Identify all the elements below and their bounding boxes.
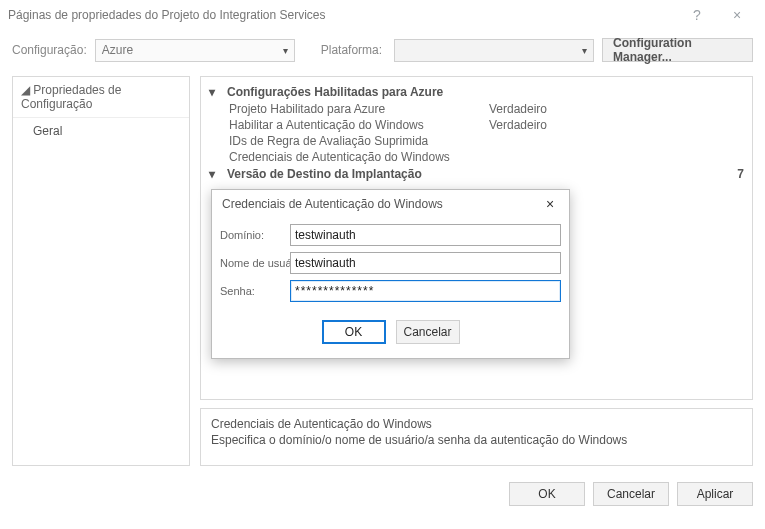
dialog-cancel-label: Cancelar: [403, 325, 451, 339]
domain-input[interactable]: [290, 224, 561, 246]
property-value: Verdadeiro: [489, 118, 547, 132]
credentials-dialog: Credenciais de Autenticação do Windows ×…: [211, 189, 570, 359]
domain-label: Domínio:: [220, 229, 290, 241]
dialog-title: Credenciais de Autenticação do Windows: [222, 197, 443, 211]
configuration-manager-label: Configuration Manager...: [613, 36, 742, 64]
ok-label: OK: [538, 487, 555, 501]
field-row-domain: Domínio:: [220, 224, 561, 246]
dialog-footer: OK Cancelar Aplicar: [0, 474, 765, 518]
property-row[interactable]: Credenciais de Autenticação do Windows: [209, 149, 744, 165]
expander-icon: ◢: [21, 83, 30, 97]
section-title: Configurações Habilitadas para Azure: [227, 85, 443, 99]
help-button[interactable]: ?: [677, 7, 717, 23]
partial-text: 7: [731, 167, 744, 181]
dialog-body: Domínio: Nome de usuá Senha:: [212, 218, 569, 310]
dialog-cancel-button[interactable]: Cancelar: [396, 320, 460, 344]
apply-label: Aplicar: [697, 487, 734, 501]
section-header-deploy-target[interactable]: ▾ Versão de Destino da Implantação 7: [209, 165, 744, 183]
section-header-azure[interactable]: ▾ Configurações Habilitadas para Azure: [209, 83, 744, 101]
chevron-down-icon: ▾: [582, 45, 587, 56]
username-input[interactable]: [290, 252, 561, 274]
dialog-ok-button[interactable]: OK: [322, 320, 386, 344]
description-title: Credenciais de Autenticação do Windows: [211, 417, 742, 431]
ok-button[interactable]: OK: [509, 482, 585, 506]
configuration-select[interactable]: Azure ▾: [95, 39, 295, 62]
window-close-button[interactable]: ×: [717, 7, 757, 23]
chevron-down-icon: ▾: [283, 45, 288, 56]
platform-select[interactable]: ▾: [394, 39, 594, 62]
property-value: Verdadeiro: [489, 102, 547, 116]
username-label: Nome de usuá: [220, 257, 290, 269]
description-body: Especifica o domínio/o nome de usuário/a…: [211, 433, 742, 447]
titlebar: Páginas de propriedades do Projeto do In…: [0, 0, 765, 30]
section-title: Versão de Destino da Implantação: [227, 167, 422, 181]
apply-button[interactable]: Aplicar: [677, 482, 753, 506]
nav-item-label: Geral: [33, 124, 62, 138]
password-input[interactable]: [290, 280, 561, 302]
password-label: Senha:: [220, 285, 290, 297]
window-title: Páginas de propriedades do Projeto do In…: [8, 8, 677, 22]
chevron-down-icon: ▾: [209, 85, 221, 99]
nav-item-geral[interactable]: Geral: [13, 118, 189, 144]
config-label: Configuração:: [12, 43, 87, 57]
field-row-username: Nome de usuá: [220, 252, 561, 274]
description-box: Credenciais de Autenticação do Windows E…: [200, 408, 753, 466]
configuration-manager-button[interactable]: Configuration Manager...: [602, 38, 753, 62]
property-row[interactable]: Habilitar a Autenticação do Windows Verd…: [209, 117, 744, 133]
toolbar: Configuração: Azure ▾ Plataforma: ▾ Conf…: [0, 30, 765, 76]
dialog-ok-label: OK: [345, 325, 362, 339]
property-row[interactable]: Projeto Habilitado para Azure Verdadeiro: [209, 101, 744, 117]
property-row[interactable]: IDs de Regra de Avaliação Suprimida: [209, 133, 744, 149]
nav-tree: ◢ Propriedades de Configuração Geral: [12, 76, 190, 466]
platform-label: Plataforma:: [321, 43, 382, 57]
cancel-label: Cancelar: [607, 487, 655, 501]
property-name: IDs de Regra de Avaliação Suprimida: [229, 134, 489, 148]
dialog-titlebar: Credenciais de Autenticação do Windows ×: [212, 190, 569, 218]
cancel-button[interactable]: Cancelar: [593, 482, 669, 506]
property-name: Credenciais de Autenticação do Windows: [229, 150, 489, 164]
dialog-close-button[interactable]: ×: [539, 196, 561, 212]
nav-category-header[interactable]: ◢ Propriedades de Configuração: [13, 77, 189, 118]
field-row-password: Senha:: [220, 280, 561, 302]
dialog-footer: OK Cancelar: [212, 310, 569, 358]
configuration-value: Azure: [102, 43, 133, 57]
chevron-down-icon: ▾: [209, 167, 221, 181]
property-name: Projeto Habilitado para Azure: [229, 102, 489, 116]
nav-category-label: Propriedades de Configuração: [21, 83, 121, 111]
property-name: Habilitar a Autenticação do Windows: [229, 118, 489, 132]
